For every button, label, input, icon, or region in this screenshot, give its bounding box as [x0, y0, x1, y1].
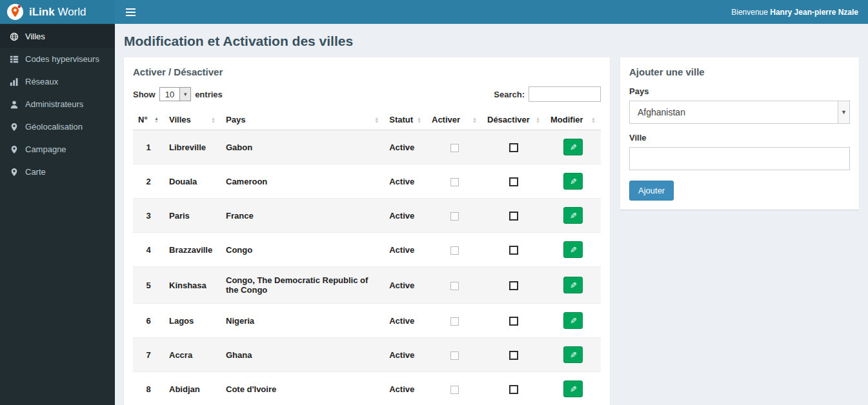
cell-modifier: ✎ — [545, 130, 601, 164]
sort-icon: ▲▼ — [374, 117, 379, 123]
sidebar-item-geolocalisation[interactable]: Géolocalisation — [0, 115, 115, 138]
sort-icon: ▲▼ — [154, 117, 159, 123]
entries-label: entries — [195, 90, 223, 99]
cell-pays: Gabon — [221, 130, 384, 164]
desactiver-checkbox[interactable] — [509, 351, 518, 360]
activer-checkbox[interactable] — [450, 212, 459, 221]
desactiver-checkbox[interactable] — [509, 143, 518, 152]
cell-num: 8 — [133, 372, 164, 405]
cell-modifier: ✎ — [545, 338, 601, 372]
edit-button[interactable]: ✎ — [563, 312, 583, 329]
column-header-activer[interactable]: Activer▲▼ — [427, 110, 482, 130]
cell-desactiver — [482, 372, 545, 405]
bar-chart-icon — [10, 77, 19, 86]
edit-button[interactable]: ✎ — [563, 380, 583, 397]
edit-button[interactable]: ✎ — [563, 241, 583, 258]
cell-activer — [427, 199, 482, 233]
sidebar-item-codes-hyperviseurs[interactable]: Codes hyperviseurs — [0, 48, 115, 70]
sidebar-item-label: Campagne — [25, 144, 66, 154]
cell-pays: Congo — [221, 233, 384, 267]
cell-ville: Paris — [164, 199, 221, 233]
ville-input[interactable] — [629, 147, 850, 170]
user-name: Hanry Jean-pierre Nzale — [770, 8, 858, 17]
cell-ville: Libreville — [164, 130, 221, 164]
edit-button[interactable]: ✎ — [563, 277, 583, 293]
edit-button[interactable]: ✎ — [563, 139, 583, 155]
activer-checkbox[interactable] — [450, 282, 459, 290]
table-row: 8 Abidjan Cote d'Ivoire Active ✎ — [133, 372, 601, 405]
sidebar-item-carte[interactable]: Carte — [0, 161, 115, 183]
cell-pays: Cote d'Ivoire — [221, 372, 384, 405]
sidebar-item-campagne[interactable]: Campagne — [0, 138, 115, 161]
desactiver-checkbox[interactable] — [509, 385, 518, 394]
app-title: iLink World — [29, 6, 86, 19]
cell-num: 1 — [133, 130, 164, 164]
column-header-desactiver[interactable]: Désactiver▲▼ — [482, 110, 545, 130]
cell-activer — [427, 233, 482, 267]
desactiver-checkbox[interactable] — [509, 246, 518, 255]
desactiver-checkbox[interactable] — [509, 317, 518, 326]
column-header-modifier[interactable]: Modifier▲▼ — [545, 110, 601, 130]
sidebar-item-label: Codes hyperviseurs — [25, 54, 99, 64]
sort-icon: ▲▼ — [472, 117, 477, 123]
activer-checkbox[interactable] — [450, 386, 459, 394]
edit-icon: ✎ — [570, 384, 577, 394]
chevron-down-icon: ▼ — [838, 101, 849, 123]
table-row: 1 Libreville Gabon Active ✎ — [133, 130, 601, 164]
edit-icon: ✎ — [570, 211, 577, 221]
sidebar-item-label: Géolocalisation — [25, 122, 83, 132]
desactiver-checkbox[interactable] — [509, 177, 518, 186]
desactiver-checkbox[interactable] — [509, 212, 518, 221]
map-marker-icon — [10, 145, 19, 154]
sidebar-toggle-icon[interactable] — [125, 6, 137, 19]
activer-checkbox[interactable] — [450, 317, 459, 326]
sidebar-item-administrateurs[interactable]: Administrateurs — [0, 93, 115, 115]
sidebar-item-villes[interactable]: Villes — [0, 25, 115, 48]
search-label: Search: — [494, 90, 525, 99]
table-row: 3 Paris France Active ✎ — [133, 199, 601, 233]
column-header-num[interactable]: N°▲▼ — [133, 110, 164, 130]
sort-icon: ▲▼ — [536, 117, 540, 123]
topbar: Bienvenue Hanry Jean-pierre Nzale — [115, 0, 868, 24]
table-row: 7 Accra Ghana Active ✎ — [133, 338, 601, 372]
cell-statut: Active — [384, 233, 427, 267]
column-header-pays[interactable]: Pays▲▼ — [221, 110, 384, 130]
cell-activer — [427, 304, 482, 338]
column-header-villes[interactable]: Villes▲▼ — [164, 110, 221, 130]
sort-icon: ▲▼ — [591, 117, 596, 123]
edit-icon: ✎ — [570, 245, 577, 255]
cell-statut: Active — [384, 372, 427, 405]
edit-button[interactable]: ✎ — [563, 207, 583, 224]
cell-ville: Brazzaville — [164, 233, 221, 267]
cell-statut: Active — [384, 338, 427, 372]
app-logo-icon — [6, 3, 24, 21]
pays-select[interactable]: Afghanistan ▼ — [629, 101, 850, 124]
desactiver-checkbox[interactable] — [509, 281, 518, 290]
ajouter-button[interactable]: Ajouter — [629, 181, 674, 201]
chevron-down-icon: ▼ — [179, 88, 190, 101]
cell-ville: Abidjan — [164, 372, 221, 405]
table-panel-title: Activer / Désactiver — [133, 66, 601, 77]
cell-num: 7 — [133, 338, 164, 372]
edit-button[interactable]: ✎ — [563, 346, 583, 363]
activer-checkbox[interactable] — [450, 246, 459, 255]
table-body: 1 Libreville Gabon Active ✎ 2 Douala Cam… — [133, 130, 601, 405]
activer-checkbox[interactable] — [450, 178, 459, 186]
page-title: Modification et Activation des villes — [124, 34, 859, 49]
sidebar-item-label: Carte — [25, 167, 46, 177]
cell-num: 2 — [133, 164, 164, 199]
cell-desactiver — [482, 130, 545, 164]
search-input[interactable] — [529, 86, 601, 102]
user-icon — [10, 100, 19, 109]
sidebar-item-reseaux[interactable]: Réseaux — [0, 70, 115, 93]
activer-checkbox[interactable] — [450, 351, 459, 360]
column-header-statut[interactable]: Statut▲▼ — [384, 110, 427, 130]
activer-checkbox[interactable] — [450, 144, 459, 152]
edit-icon: ✎ — [570, 350, 577, 360]
cell-modifier: ✎ — [545, 164, 601, 199]
page-length-select[interactable]: 10 ▼ — [159, 87, 191, 101]
ville-label: Ville — [629, 133, 850, 143]
edit-button[interactable]: ✎ — [563, 173, 583, 190]
show-label: Show — [133, 90, 156, 99]
cell-ville: Accra — [164, 338, 221, 372]
